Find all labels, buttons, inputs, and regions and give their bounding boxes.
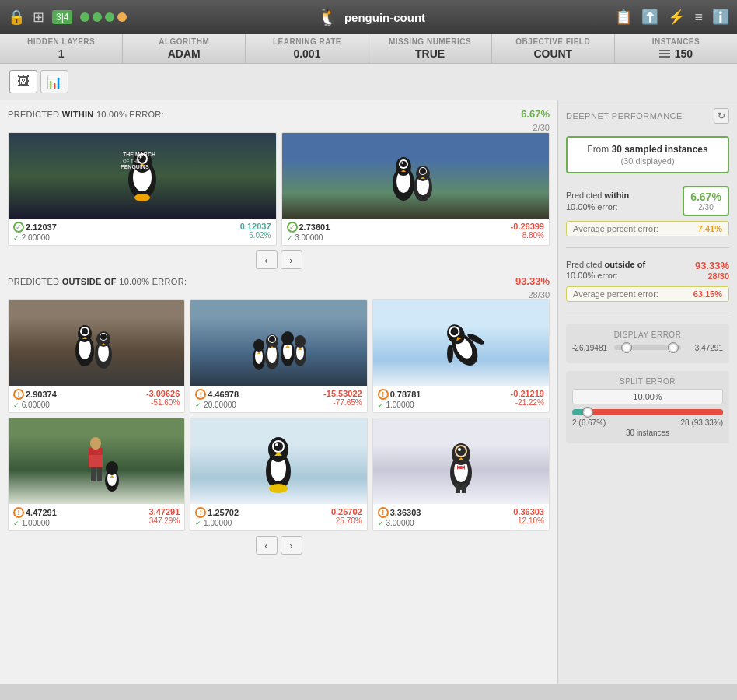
param-learning-rate: LEARNING RATE 0.001 [246,34,368,63]
param-objective-field: OBJECTIVE FIELD COUNT [492,34,615,63]
svg-point-84 [458,448,461,451]
badge-icon[interactable]: 3|4 [52,10,72,24]
image-footer-3: ! 2.90374 ✓ 6.00000 -3.09626 -51.60% [9,386,184,412]
warning-icon-5: ! [195,507,206,518]
outside-pct-value: 93.33% [695,260,729,271]
display-error-slider-row: -26.19481 3.47291 [572,344,723,352]
image-card-outside-3[interactable]: ! 0.78781 ✓ 1.00000 -0.21219 -21.22% [372,299,550,413]
image-footer-7: ! 1.25702 ✓ 1.00000 0.25702 25.70% [190,504,366,530]
param-instances-value: 150 [621,47,731,60]
img-id-1: 2.12037 [26,222,57,232]
image-footer-8: ! 3.36303 ✓ 3.00000 0.36303 12.10% [373,504,549,530]
image-card-outside-4[interactable]: ! 4.47291 ✓ 1.00000 3.47291 347.29% [8,418,185,531]
penguin-svg-6 [69,426,124,496]
image-placeholder-4 [190,300,366,386]
prev-page-within[interactable]: ‹ [256,250,278,269]
param-missing-numerics-label: MISSING NUMERICS [375,37,485,46]
avg-outside-label: Average percent error: [573,289,658,299]
outside-metric-label: Predicted outside of 10.00% error: [566,259,659,282]
display-error-thumb-right[interactable] [668,342,679,353]
split-error-track[interactable] [572,409,723,415]
lightning-icon[interactable]: ⚡ [668,9,685,26]
outside-image-grid-2: ! 4.47291 ✓ 1.00000 3.47291 347.29% [8,418,550,531]
image-card-outside-6[interactable]: ! 3.36303 ✓ 3.00000 0.36303 12.10% [372,418,550,531]
left-panel: PREDICTED WITHIN 10.00% ERROR: 6.67% 2/3… [0,100,558,684]
img-pct-3: -51.60% [146,398,180,407]
svg-rect-86 [456,484,460,493]
outside-metric-section: Predicted outside of 10.00% error: 93.33… [566,259,729,302]
dot-3 [105,12,114,22]
param-missing-numerics: MISSING NUMERICS TRUE [369,34,492,63]
network-icon[interactable]: ⊞ [33,9,44,26]
param-algorithm-value: ADAM [129,47,239,60]
list-icon [659,50,670,58]
img-pct-1: 6.02% [240,231,271,240]
image-view-btn[interactable]: 🖼 [9,70,37,93]
toolbar-right: 📋 ⬆️ ⚡ ≡ ℹ️ [615,9,729,26]
app-logo-icon: 🐧 [317,7,338,27]
image-footer-1: ✓ 2.12037 ✓ 2.00000 0.12037 6.02% [9,219,276,245]
split-error-thumb[interactable] [582,407,593,418]
upload-icon[interactable]: ⬆️ [641,9,658,26]
image-footer-left-6: ! 4.47291 ✓ 1.00000 [13,507,57,527]
image-card-outside-1[interactable]: ! 2.90374 ✓ 6.00000 -3.09626 -51.60% [8,299,185,413]
img-error-area-4: -15.53022 -77.65% [323,389,362,407]
display-error-max: 3.47291 [684,344,723,352]
img-error-area-2: -0.26399 -8.80% [511,222,544,240]
within-pct-badge: 6.67% [521,108,550,120]
image-footer-left-4: ! 4.46978 ✓ 20.00000 [195,389,239,409]
info-icon[interactable]: ℹ️ [712,9,729,26]
deepnet-performance-title: DEEPNET PERFORMANCE ↻ [566,108,729,124]
app-title-area: 🐧 penguin-count [134,7,607,27]
svg-point-52 [295,335,306,348]
svg-point-64 [90,437,101,450]
param-instances: INSTANCES 150 [615,34,737,63]
outside-metric-row: Predicted outside of 10.00% error: 93.33… [566,259,729,282]
ok-icon-2: ✓ [287,222,298,233]
display-error-label: DISPLAY ERROR [572,331,723,339]
display-error-track[interactable] [614,345,681,350]
divider-2 [566,313,729,313]
split-left-count: 2 (6.67%) [572,418,606,427]
refresh-button[interactable]: ↻ [714,108,729,124]
split-total: 30 instances [572,429,723,437]
image-card-within-2[interactable]: ✓ 2.73601 ✓ 3.00000 -0.26399 -8.80% [281,132,550,246]
outside-pagination: ‹ › [8,536,550,555]
image-card-within-1[interactable]: THE MARCH OF THE PENGUINS ✓ 2.12037 ✓ 2.… [8,132,277,246]
warning-icon-2: ! [195,389,206,400]
img-error-7: 0.25702 [331,507,362,516]
image-card-outside-2[interactable]: ! 4.46978 ✓ 20.00000 -15.53022 -77.65% [190,299,367,413]
svg-point-76 [275,443,278,446]
image-footer-left-1: ✓ 2.12037 ✓ 2.00000 [13,222,57,242]
img-actual-7: ✓ 1.00000 [195,519,239,527]
image-footer-left-2: ✓ 2.73601 ✓ 3.00000 [287,222,330,242]
within-metric-pct: 6.67% [690,191,721,203]
divider-1 [566,247,729,248]
code-icon[interactable]: ≡ [694,9,703,26]
prev-page-outside[interactable]: ‹ [256,536,278,555]
split-error-label: SPLIT ERROR [572,377,723,386]
img-error-5: -0.21219 [511,389,544,398]
avg-outside-row: Average percent error: 63.15% [566,286,729,302]
split-counts: 2 (6.67%) 28 (93.33%) [572,418,723,427]
img-error-area-7: 0.25702 25.70% [331,507,362,525]
svg-point-38 [253,339,264,352]
image-card-outside-5[interactable]: ! 1.25702 ✓ 1.00000 0.25702 25.70% [190,418,367,531]
img-actual-5: ✓ 1.00000 [378,401,421,409]
display-error-min: -26.19481 [572,344,611,352]
clipboard-icon[interactable]: 📋 [615,9,632,26]
split-track-red [582,409,723,415]
within-pagination: ‹ › [8,250,550,269]
display-error-thumb-left[interactable] [621,342,632,353]
img-pct-5: -21.22% [511,398,544,407]
chart-view-btn[interactable]: 📊 [40,70,68,93]
svg-point-60 [447,345,453,363]
penguin-svg-4 [247,308,309,378]
img-actual-2: ✓ 3.00000 [287,233,330,242]
img-error-2: -0.26399 [511,222,544,231]
avg-outside-value: 63.15% [693,289,722,299]
next-page-outside[interactable]: › [281,536,302,555]
penguin-svg-8 [434,426,488,496]
next-page-within[interactable]: › [281,250,302,269]
svg-point-78 [269,484,288,493]
